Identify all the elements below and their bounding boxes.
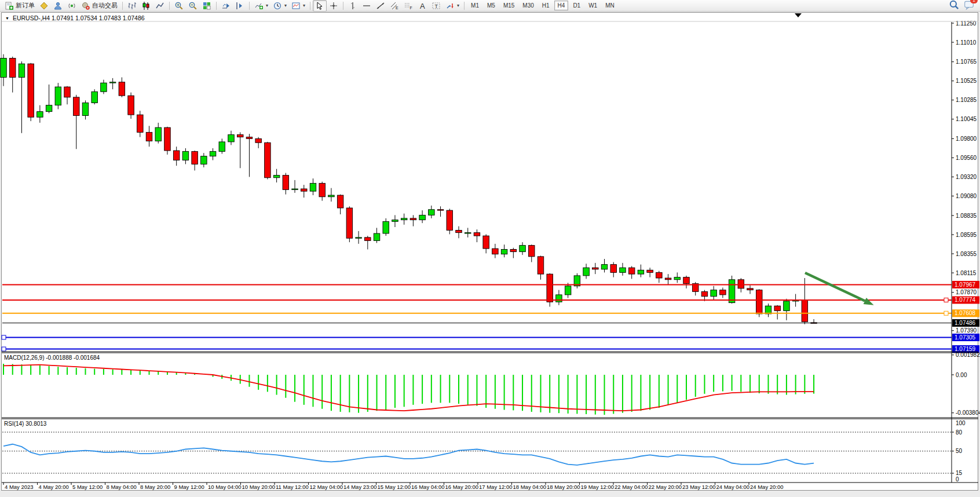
svg-text:16 May 20:00: 16 May 20:00 [445, 484, 479, 490]
svg-text:17 May 12:00: 17 May 12:00 [479, 484, 513, 490]
svg-text:19 May 12:00: 19 May 12:00 [581, 484, 615, 490]
svg-text:1.10765: 1.10765 [956, 59, 977, 65]
svg-text:1.07486: 1.07486 [955, 320, 976, 326]
price-chart[interactable]: MACD(12,26,9) -0.001888 -0.001684RSI(14)… [0, 0, 980, 497]
svg-text:10 May 04:00: 10 May 04:00 [208, 484, 242, 490]
chart-title-bar: ▼ EURUSD-,H4 1.07491 1.07534 1.07483 1.0… [5, 14, 145, 21]
svg-text:1.10045: 1.10045 [956, 116, 977, 122]
svg-text:1.08595: 1.08595 [956, 232, 977, 238]
svg-text:18 May 20:00: 18 May 20:00 [547, 484, 580, 490]
svg-text:4 May 20:00: 4 May 20:00 [39, 484, 69, 490]
svg-text:1.09320: 1.09320 [956, 174, 977, 180]
svg-text:1.08355: 1.08355 [956, 251, 977, 257]
svg-text:100: 100 [956, 420, 966, 426]
svg-text:80: 80 [956, 429, 963, 436]
svg-text:1.07608: 1.07608 [955, 310, 976, 316]
hline-1.07608[interactable] [2, 311, 952, 315]
rsi-pane[interactable]: RSI(14) 30.8013 [2, 421, 952, 473]
svg-text:1.09080: 1.09080 [956, 193, 977, 199]
svg-text:15 May 12:00: 15 May 12:00 [378, 484, 411, 490]
hline-1.07159[interactable] [2, 347, 952, 351]
svg-text:1.07305: 1.07305 [955, 334, 976, 341]
svg-text:1.09800: 1.09800 [956, 136, 977, 142]
svg-text:0: 0 [956, 476, 959, 483]
svg-text:1.07870: 1.07870 [956, 289, 977, 295]
svg-text:1.11250: 1.11250 [956, 20, 977, 27]
svg-text:23 May 12:00: 23 May 12:00 [682, 484, 716, 490]
hline-1.07305[interactable] [2, 335, 952, 339]
svg-text:1.07390: 1.07390 [956, 327, 977, 334]
svg-text:5 May 12:00: 5 May 12:00 [72, 484, 103, 490]
rsi-line [3, 444, 814, 465]
trading-platform: { "toolbar": { "new_order_label": "新订单",… [0, 0, 980, 497]
svg-text:15: 15 [956, 470, 963, 476]
svg-text:1.10285: 1.10285 [956, 97, 977, 103]
svg-text:50: 50 [956, 448, 963, 454]
svg-text:16 May 04:00: 16 May 04:00 [411, 484, 445, 490]
svg-text:14 May 23:00: 14 May 23:00 [343, 484, 377, 490]
svg-text:0.00: 0.00 [956, 372, 967, 378]
chart-title: EURUSD-,H4 1.07491 1.07534 1.07483 1.074… [13, 14, 145, 21]
svg-text:22 May 04:00: 22 May 04:00 [615, 484, 648, 490]
svg-text:1.10525: 1.10525 [956, 78, 977, 84]
svg-text:8 May 20:00: 8 May 20:00 [140, 484, 170, 490]
svg-text:1.08835: 1.08835 [956, 213, 977, 219]
axes: 1.079671.077741.076081.074861.073051.071… [2, 20, 980, 483]
svg-text:1.08115: 1.08115 [956, 270, 977, 276]
svg-text:-0.003804: -0.003804 [956, 410, 980, 416]
bar-marker-icon[interactable] [795, 13, 802, 17]
svg-text:11 May 12:00: 11 May 12:00 [276, 484, 309, 490]
rsi-label: RSI(14) 30.8013 [4, 421, 47, 427]
hline-1.07774[interactable] [2, 298, 952, 302]
candlestick-series [1, 54, 817, 324]
svg-text:1.09560: 1.09560 [956, 155, 977, 161]
svg-text:24 May 04:00: 24 May 04:00 [716, 484, 750, 490]
svg-text:18 May 04:00: 18 May 04:00 [513, 484, 547, 490]
svg-text:12 May 04:00: 12 May 04:00 [310, 484, 343, 490]
svg-text:4 May 2023: 4 May 2023 [5, 484, 34, 490]
time-axis: 4 May 20234 May 20:005 May 12:008 May 04… [3, 483, 784, 490]
macd-signal-line [3, 365, 814, 411]
svg-text:8 May 04:00: 8 May 04:00 [107, 484, 137, 490]
macd-label: MACD(12,26,9) -0.001888 -0.001684 [4, 355, 100, 361]
chevron-down-icon[interactable]: ▼ [5, 16, 9, 20]
svg-text:1.07967: 1.07967 [955, 282, 976, 288]
svg-text:1.11010: 1.11010 [956, 39, 977, 46]
svg-text:24 May 20:00: 24 May 20:00 [750, 484, 784, 490]
price-pane[interactable] [1, 54, 952, 351]
svg-text:22 May 20:00: 22 May 20:00 [649, 484, 682, 490]
svg-text:10 May 20:00: 10 May 20:00 [242, 484, 276, 490]
svg-text:9 May 12:00: 9 May 12:00 [174, 484, 204, 490]
macd-pane[interactable]: MACD(12,26,9) -0.001888 -0.001684 [3, 355, 814, 415]
svg-text:1.07774: 1.07774 [955, 297, 976, 303]
